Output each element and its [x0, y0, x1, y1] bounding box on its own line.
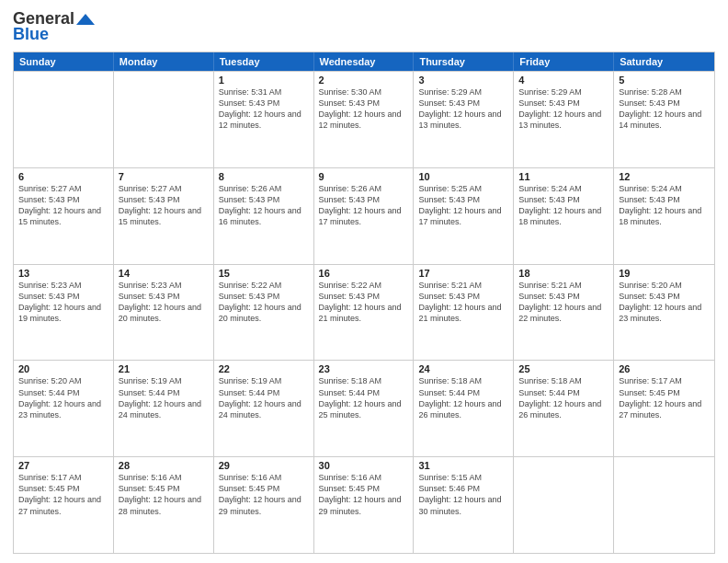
- day-number: 9: [319, 171, 409, 182]
- day-number: 1: [219, 75, 309, 86]
- table-row: 20Sunrise: 5:20 AM Sunset: 5:44 PM Dayli…: [14, 361, 114, 456]
- day-number: 23: [319, 363, 409, 374]
- day-number: 4: [518, 75, 609, 86]
- table-row: [114, 72, 214, 167]
- table-row: 3Sunrise: 5:29 AM Sunset: 5:43 PM Daylig…: [414, 72, 514, 167]
- calendar-body: 1Sunrise: 5:31 AM Sunset: 5:43 PM Daylig…: [14, 71, 714, 553]
- day-info: Sunrise: 5:18 AM Sunset: 5:44 PM Dayligh…: [518, 375, 609, 420]
- day-number: 3: [418, 75, 508, 86]
- table-row: 25Sunrise: 5:18 AM Sunset: 5:44 PM Dayli…: [514, 361, 614, 456]
- day-info: Sunrise: 5:24 AM Sunset: 5:43 PM Dayligh…: [518, 183, 609, 228]
- day-info: Sunrise: 5:18 AM Sunset: 5:44 PM Dayligh…: [319, 375, 409, 420]
- table-row: 2Sunrise: 5:30 AM Sunset: 5:43 PM Daylig…: [314, 72, 415, 167]
- day-info: Sunrise: 5:29 AM Sunset: 5:43 PM Dayligh…: [518, 86, 609, 132]
- day-number: 22: [219, 363, 309, 374]
- day-number: 11: [518, 171, 609, 182]
- table-row: 16Sunrise: 5:22 AM Sunset: 5:43 PM Dayli…: [314, 265, 415, 361]
- day-number: 2: [319, 75, 409, 86]
- calendar-row-1: 1Sunrise: 5:31 AM Sunset: 5:43 PM Daylig…: [14, 71, 714, 167]
- day-number: 8: [219, 171, 309, 182]
- calendar-header: Sunday Monday Tuesday Wednesday Thursday…: [14, 52, 714, 71]
- table-row: [614, 457, 714, 553]
- day-info: Sunrise: 5:16 AM Sunset: 5:45 PM Dayligh…: [319, 472, 409, 517]
- logo-blue-text: Blue: [13, 25, 49, 44]
- day-info: Sunrise: 5:21 AM Sunset: 5:43 PM Dayligh…: [518, 280, 609, 325]
- day-info: Sunrise: 5:27 AM Sunset: 5:43 PM Dayligh…: [18, 183, 108, 228]
- table-row: 24Sunrise: 5:18 AM Sunset: 5:44 PM Dayli…: [414, 361, 514, 456]
- table-row: 4Sunrise: 5:29 AM Sunset: 5:43 PM Daylig…: [514, 72, 614, 167]
- day-info: Sunrise: 5:17 AM Sunset: 5:45 PM Dayligh…: [619, 375, 710, 420]
- header-tuesday: Tuesday: [214, 52, 314, 71]
- table-row: 12Sunrise: 5:24 AM Sunset: 5:43 PM Dayli…: [614, 168, 714, 264]
- day-info: Sunrise: 5:31 AM Sunset: 5:43 PM Dayligh…: [219, 86, 309, 132]
- header: General Blue: [13, 9, 715, 44]
- day-number: 27: [18, 460, 108, 471]
- day-info: Sunrise: 5:23 AM Sunset: 5:43 PM Dayligh…: [119, 280, 209, 325]
- day-number: 5: [619, 75, 710, 86]
- day-info: Sunrise: 5:25 AM Sunset: 5:43 PM Dayligh…: [418, 183, 508, 228]
- day-number: 13: [18, 268, 108, 279]
- table-row: 22Sunrise: 5:19 AM Sunset: 5:44 PM Dayli…: [214, 361, 314, 456]
- table-row: 7Sunrise: 5:27 AM Sunset: 5:43 PM Daylig…: [114, 168, 214, 264]
- table-row: 6Sunrise: 5:27 AM Sunset: 5:43 PM Daylig…: [14, 168, 114, 264]
- day-info: Sunrise: 5:28 AM Sunset: 5:43 PM Dayligh…: [619, 86, 710, 132]
- day-info: Sunrise: 5:17 AM Sunset: 5:45 PM Dayligh…: [18, 472, 108, 517]
- table-row: [514, 457, 614, 553]
- calendar-row-5: 27Sunrise: 5:17 AM Sunset: 5:45 PM Dayli…: [14, 456, 714, 553]
- day-number: 12: [619, 171, 710, 182]
- table-row: 17Sunrise: 5:21 AM Sunset: 5:43 PM Dayli…: [414, 265, 514, 361]
- table-row: 28Sunrise: 5:16 AM Sunset: 5:45 PM Dayli…: [114, 457, 214, 553]
- day-info: Sunrise: 5:20 AM Sunset: 5:44 PM Dayligh…: [18, 375, 108, 420]
- table-row: 27Sunrise: 5:17 AM Sunset: 5:45 PM Dayli…: [14, 457, 114, 553]
- calendar: Sunday Monday Tuesday Wednesday Thursday…: [13, 52, 715, 554]
- table-row: 11Sunrise: 5:24 AM Sunset: 5:43 PM Dayli…: [514, 168, 614, 264]
- day-info: Sunrise: 5:15 AM Sunset: 5:46 PM Dayligh…: [418, 472, 508, 517]
- day-number: 7: [119, 171, 209, 182]
- day-number: 30: [319, 460, 409, 471]
- page: General Blue Sunday Monday Tuesday Wedne…: [0, 0, 728, 563]
- logo-arrow-icon: [76, 14, 95, 25]
- header-saturday: Saturday: [614, 52, 714, 71]
- day-number: 6: [18, 171, 108, 182]
- day-number: 10: [418, 171, 508, 182]
- day-info: Sunrise: 5:20 AM Sunset: 5:43 PM Dayligh…: [619, 280, 710, 325]
- day-info: Sunrise: 5:22 AM Sunset: 5:43 PM Dayligh…: [319, 280, 409, 325]
- day-info: Sunrise: 5:16 AM Sunset: 5:45 PM Dayligh…: [219, 472, 309, 517]
- header-friday: Friday: [514, 52, 614, 71]
- header-monday: Monday: [114, 52, 214, 71]
- day-info: Sunrise: 5:19 AM Sunset: 5:44 PM Dayligh…: [219, 375, 309, 420]
- day-number: 16: [319, 268, 409, 279]
- table-row: 19Sunrise: 5:20 AM Sunset: 5:43 PM Dayli…: [614, 265, 714, 361]
- day-number: 29: [219, 460, 309, 471]
- day-info: Sunrise: 5:24 AM Sunset: 5:43 PM Dayligh…: [619, 183, 710, 228]
- day-number: 19: [619, 268, 710, 279]
- day-number: 18: [518, 268, 609, 279]
- day-number: 21: [119, 363, 209, 374]
- day-info: Sunrise: 5:27 AM Sunset: 5:43 PM Dayligh…: [119, 183, 209, 228]
- day-number: 25: [518, 363, 609, 374]
- table-row: 9Sunrise: 5:26 AM Sunset: 5:43 PM Daylig…: [314, 168, 415, 264]
- day-info: Sunrise: 5:19 AM Sunset: 5:44 PM Dayligh…: [119, 375, 209, 420]
- table-row: 31Sunrise: 5:15 AM Sunset: 5:46 PM Dayli…: [414, 457, 514, 553]
- day-info: Sunrise: 5:22 AM Sunset: 5:43 PM Dayligh…: [219, 280, 309, 325]
- day-info: Sunrise: 5:26 AM Sunset: 5:43 PM Dayligh…: [319, 183, 409, 228]
- day-info: Sunrise: 5:26 AM Sunset: 5:43 PM Dayligh…: [219, 183, 309, 228]
- day-info: Sunrise: 5:29 AM Sunset: 5:43 PM Dayligh…: [418, 86, 508, 132]
- day-info: Sunrise: 5:21 AM Sunset: 5:43 PM Dayligh…: [418, 280, 508, 325]
- table-row: 14Sunrise: 5:23 AM Sunset: 5:43 PM Dayli…: [114, 265, 214, 361]
- table-row: 8Sunrise: 5:26 AM Sunset: 5:43 PM Daylig…: [214, 168, 314, 264]
- header-thursday: Thursday: [414, 52, 514, 71]
- table-row: 5Sunrise: 5:28 AM Sunset: 5:43 PM Daylig…: [614, 72, 714, 167]
- day-number: 20: [18, 363, 108, 374]
- table-row: 23Sunrise: 5:18 AM Sunset: 5:44 PM Dayli…: [314, 361, 415, 456]
- day-number: 15: [219, 268, 309, 279]
- logo: General Blue: [13, 9, 95, 44]
- day-number: 14: [119, 268, 209, 279]
- table-row: 29Sunrise: 5:16 AM Sunset: 5:45 PM Dayli…: [214, 457, 314, 553]
- table-row: 26Sunrise: 5:17 AM Sunset: 5:45 PM Dayli…: [614, 361, 714, 456]
- day-number: 17: [418, 268, 508, 279]
- calendar-row-2: 6Sunrise: 5:27 AM Sunset: 5:43 PM Daylig…: [14, 167, 714, 264]
- table-row: [14, 72, 114, 167]
- day-info: Sunrise: 5:23 AM Sunset: 5:43 PM Dayligh…: [18, 280, 108, 325]
- table-row: 21Sunrise: 5:19 AM Sunset: 5:44 PM Dayli…: [114, 361, 214, 456]
